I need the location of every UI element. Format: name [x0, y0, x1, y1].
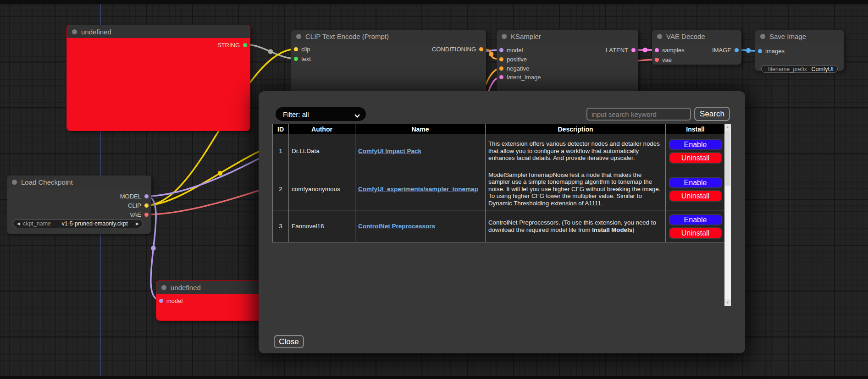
uninstall-button[interactable]: Uninstall	[669, 190, 722, 202]
output-slot-VAE[interactable]: VAE	[130, 211, 149, 219]
cell-author: Fannovel16	[289, 210, 355, 242]
output-port-icon[interactable]	[735, 48, 739, 52]
input-port-icon[interactable]	[499, 48, 503, 52]
extensions-table-body: 1Dr.Lt.DataComfyUI Impact PackThis exten…	[273, 134, 725, 242]
enable-button[interactable]: Enable	[669, 214, 722, 225]
node-title: undefined	[81, 28, 111, 36]
widget-filename_prefix[interactable]: filename_prefixComfyUI	[761, 65, 838, 73]
node-collapse-dot-icon[interactable]	[72, 29, 77, 34]
input-port-icon[interactable]	[294, 47, 298, 51]
node-title: undefined	[171, 284, 201, 291]
search-input[interactable]	[586, 108, 691, 121]
search-button[interactable]: Search	[694, 107, 730, 121]
node-collapse-dot-icon[interactable]	[12, 180, 17, 185]
cell-install: EnableUninstall	[666, 168, 725, 210]
cell-author: comfyanonymous	[289, 168, 355, 210]
slot-label: latent_image	[507, 74, 541, 81]
extension-link[interactable]: ComfyUI_experiments/sampler_tonemap	[358, 186, 478, 192]
output-port-icon[interactable]	[243, 43, 247, 47]
input-slot-positive[interactable]: positive	[499, 55, 527, 63]
input-port-icon[interactable]	[499, 66, 503, 71]
node-collapse-dot-icon[interactable]	[296, 34, 301, 39]
enable-button[interactable]: Enable	[669, 139, 722, 150]
node-collapse-dot-icon[interactable]	[161, 285, 166, 290]
input-slot-model[interactable]: model	[499, 46, 523, 54]
widget-right-arrow-icon[interactable]: ▶	[136, 221, 139, 226]
slot-label: samples	[662, 47, 684, 54]
output-slot-STRING[interactable]: STRING	[217, 41, 247, 49]
widget-value[interactable]: ComfyUI	[810, 66, 834, 72]
input-port-icon[interactable]	[159, 299, 163, 303]
output-port-icon[interactable]	[631, 48, 636, 52]
output-slot-LATENT[interactable]: LATENT	[606, 46, 636, 54]
slot-label: model	[166, 297, 182, 304]
input-slot-samples[interactable]: samples	[655, 46, 684, 54]
column-header-name: Name	[355, 124, 486, 134]
input-slot-vae[interactable]: vae	[655, 56, 672, 64]
cell-id: 1	[273, 134, 289, 168]
input-port-icon[interactable]	[758, 49, 762, 53]
node-vae-decode[interactable]: VAE DecodesamplesvaeIMAGE	[652, 30, 741, 65]
enable-button[interactable]: Enable	[669, 177, 722, 188]
node-title-bar[interactable]: KSampler	[497, 30, 638, 43]
input-port-icon[interactable]	[294, 57, 298, 61]
scrollbar-thumb[interactable]	[725, 131, 730, 186]
input-port-icon[interactable]	[655, 48, 659, 52]
input-slot-images[interactable]: images	[758, 47, 785, 55]
extension-link[interactable]: ControlNet Preprocessors	[358, 223, 435, 230]
node-clip-text-encode[interactable]: CLIP Text Encode (Prompt)cliptextCONDITI…	[291, 30, 486, 94]
cell-id: 3	[273, 210, 289, 242]
scroll-up-icon[interactable]: ▲	[724, 124, 731, 131]
extensions-table: IDAuthorNameDescriptionInstall 1Dr.Lt.Da…	[272, 124, 725, 242]
node-title-bar[interactable]: VAE Decode	[652, 30, 741, 43]
input-port-icon[interactable]	[499, 57, 503, 61]
output-port-icon[interactable]	[144, 203, 149, 208]
cell-author: Dr.Lt.Data	[289, 134, 355, 168]
uninstall-button[interactable]: Uninstall	[669, 227, 722, 239]
node-collapse-dot-icon[interactable]	[657, 34, 662, 39]
node-collapse-dot-icon[interactable]	[502, 34, 507, 39]
slot-label: positive	[507, 56, 527, 63]
node-save-image[interactable]: Save Imageimagesfilename_prefixComfyUI	[755, 30, 844, 71]
filter-select[interactable]: Filter: all	[276, 107, 366, 121]
input-slot-negative[interactable]: negative	[499, 65, 529, 72]
input-slot-model[interactable]: model	[159, 297, 182, 305]
cell-description: ModelSamplerTonemapNoiseTest a node that…	[486, 168, 666, 210]
node-title-bar[interactable]: Load Checkpoint	[7, 176, 151, 188]
input-slot-text[interactable]: text	[294, 55, 311, 63]
output-slot-CLIP[interactable]: CLIP	[128, 202, 149, 209]
node-undefined-top[interactable]: undefinedSTRING	[66, 25, 250, 131]
extension-link[interactable]: ComfyUI Impact Pack	[358, 148, 421, 154]
node-ksampler[interactable]: KSamplermodelpositivenegativelatent_imag…	[497, 30, 638, 94]
node-title-bar[interactable]: CLIP Text Encode (Prompt)	[291, 30, 486, 43]
widget-ckpt_name[interactable]: ◀ckpt_namev1-5-pruned-emaonly.ckpt▶	[13, 219, 143, 228]
input-slot-clip[interactable]: clip	[294, 45, 310, 53]
slot-label: vae	[662, 56, 672, 63]
table-scrollbar[interactable]: ▲ ▼	[724, 124, 731, 306]
output-port-icon[interactable]	[144, 213, 149, 217]
output-port-icon[interactable]	[144, 194, 149, 198]
widget-value[interactable]: v1-5-pruned-emaonly.ckpt	[54, 220, 136, 227]
uninstall-button[interactable]: Uninstall	[669, 152, 722, 164]
input-slot-latent_image[interactable]: latent_image	[499, 73, 541, 81]
node-title-bar[interactable]: Save Image	[755, 30, 844, 43]
output-slot-CONDITIONING[interactable]: CONDITIONING	[432, 45, 483, 53]
input-port-icon[interactable]	[499, 75, 503, 79]
input-port-icon[interactable]	[655, 58, 659, 62]
slot-label: LATENT	[606, 47, 628, 54]
close-button[interactable]: Close	[274, 335, 304, 348]
output-slot-MODEL[interactable]: MODEL	[120, 192, 149, 200]
cell-name: ComfyUI Impact Pack	[355, 134, 486, 168]
node-title-bar[interactable]: undefined	[67, 25, 250, 38]
slot-label: MODEL	[120, 193, 141, 200]
cell-description: ControlNet Preprocessors. (To use this e…	[486, 210, 666, 242]
output-port-icon[interactable]	[479, 47, 483, 51]
node-load-checkpoint[interactable]: Load CheckpointMODELCLIPVAE◀ckpt_namev1-…	[7, 176, 151, 234]
slot-label: IMAGE	[712, 47, 731, 54]
output-slot-IMAGE[interactable]: IMAGE	[712, 46, 739, 54]
slot-label: clip	[301, 46, 310, 53]
node-collapse-dot-icon[interactable]	[760, 34, 765, 39]
scroll-down-icon[interactable]: ▼	[724, 299, 731, 306]
extension-row: 2comfyanonymousComfyUI_experiments/sampl…	[273, 168, 725, 210]
widget-left-arrow-icon[interactable]: ◀	[17, 221, 20, 226]
